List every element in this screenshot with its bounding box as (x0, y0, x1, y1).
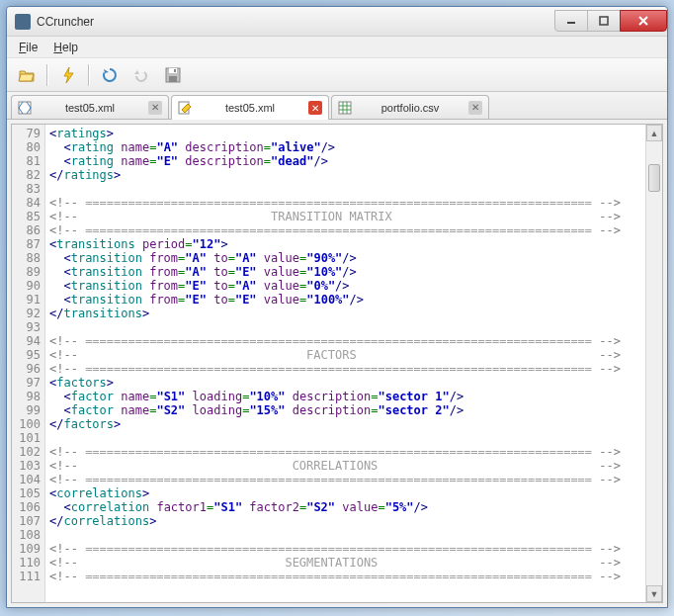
menu-help[interactable]: Help (45, 39, 86, 56)
scroll-thumb[interactable] (648, 164, 660, 192)
app-window: CCruncher File Help (6, 6, 668, 608)
line-number: 81 (12, 154, 41, 168)
code-line: </transitions> (49, 307, 641, 320)
line-number: 90 (12, 279, 41, 293)
line-gutter: 7980818283848586878889909192939495969798… (12, 125, 45, 602)
code-line: <correlations> (49, 486, 641, 500)
code-line: <transitions period="12"> (49, 237, 641, 251)
line-number: 106 (12, 500, 41, 514)
refresh-button[interactable] (96, 62, 124, 88)
code-line: <factor name="S2" loading="15%" descript… (49, 403, 641, 417)
code-line (49, 320, 641, 334)
line-number: 88 (12, 251, 41, 265)
app-icon (15, 14, 31, 30)
line-number: 95 (12, 348, 41, 362)
line-number: 97 (12, 376, 41, 390)
tabbar: test05.xml✕test05.xml✕portfolio.csv✕ (7, 92, 667, 120)
floppy-icon (164, 66, 182, 84)
close-button[interactable] (620, 10, 667, 32)
titlebar[interactable]: CCruncher (7, 7, 667, 37)
toolbar-separator (88, 64, 90, 86)
line-number: 109 (12, 542, 41, 556)
code-line: <factors> (49, 376, 641, 390)
file-icon (18, 101, 32, 115)
tab-portfolio-csv[interactable]: portfolio.csv✕ (331, 95, 489, 119)
open-button[interactable] (13, 62, 41, 88)
line-number: 94 (12, 334, 41, 348)
toolbar (7, 58, 667, 92)
code-line: <!-- TRANSITION MATRIX --> (49, 210, 641, 223)
code-line: </ratings> (49, 168, 641, 182)
code-line (49, 182, 641, 196)
scroll-down-button[interactable]: ▼ (646, 585, 662, 602)
svg-rect-5 (174, 69, 176, 72)
vertical-scrollbar[interactable]: ▲ ▼ (645, 125, 662, 602)
folder-open-icon (18, 66, 36, 84)
line-number: 101 (12, 431, 41, 445)
save-button[interactable] (159, 62, 187, 88)
line-number: 111 (12, 570, 41, 583)
code-line: <!-- ===================================… (49, 196, 641, 210)
line-number: 80 (12, 140, 41, 154)
menubar: File Help (7, 37, 667, 58)
file-icon (338, 101, 352, 115)
undo-icon (132, 66, 150, 84)
maximize-button[interactable] (587, 10, 621, 32)
minimize-button[interactable] (554, 10, 588, 32)
svg-rect-4 (169, 76, 177, 82)
code-line: <transition from="A" to="A" value="90%"/… (49, 251, 641, 265)
code-line: </factors> (49, 417, 641, 431)
tab-label: test05.xml (38, 102, 142, 114)
tab-label: test05.xml (198, 102, 302, 114)
refresh-icon (101, 66, 119, 84)
line-number: 93 (12, 320, 41, 334)
code-line: <!-- SEGMENTATIONS --> (49, 556, 641, 570)
file-icon (178, 101, 192, 115)
line-number: 87 (12, 237, 41, 251)
code-line: <transition from="E" to="A" value="0%"/> (49, 279, 641, 293)
scroll-up-button[interactable]: ▲ (646, 125, 662, 141)
line-number: 98 (12, 390, 41, 403)
code-line: <rating name="A" description="alive"/> (49, 140, 641, 154)
code-line: <transition from="A" to="E" value="10%"/… (49, 265, 641, 279)
run-button[interactable] (54, 62, 82, 88)
tab-close-button[interactable]: ✕ (148, 101, 162, 115)
code-line: <!-- FACTORS --> (49, 348, 641, 362)
code-line: <correlation factor1="S1" factor2="S2" v… (49, 500, 641, 514)
code-area[interactable]: <ratings> <rating name="A" description="… (45, 125, 645, 602)
code-line: <rating name="E" description="dead"/> (49, 154, 641, 168)
line-number: 83 (12, 182, 41, 196)
line-number: 100 (12, 417, 41, 431)
tab-close-button[interactable]: ✕ (468, 101, 482, 115)
line-number: 89 (12, 265, 41, 279)
line-number: 96 (12, 362, 41, 376)
line-number: 92 (12, 307, 41, 320)
tab-test05-xml[interactable]: test05.xml✕ (11, 95, 169, 119)
code-line: <!-- ===================================… (49, 445, 641, 459)
tab-test05-xml[interactable]: test05.xml✕ (171, 95, 329, 120)
code-line: <transition from="E" to="E" value="100%"… (49, 293, 641, 307)
code-line: <!-- ===================================… (49, 473, 641, 486)
code-line: <!-- ===================================… (49, 362, 641, 376)
svg-rect-1 (600, 17, 608, 25)
lightning-icon (59, 66, 77, 84)
line-number: 107 (12, 514, 41, 528)
code-line: <!-- ===================================… (49, 223, 641, 237)
code-line: <!-- ===================================… (49, 334, 641, 348)
code-line: </correlations> (49, 514, 641, 528)
line-number: 105 (12, 486, 41, 500)
line-number: 110 (12, 556, 41, 570)
tab-label: portfolio.csv (358, 102, 463, 114)
code-line: <factor name="S1" loading="10%" descript… (49, 390, 641, 403)
undo-button[interactable] (127, 62, 155, 88)
code-line: <ratings> (49, 127, 641, 140)
line-number: 84 (12, 196, 41, 210)
svg-rect-0 (567, 22, 575, 24)
code-line (49, 431, 641, 445)
window-title: CCruncher (37, 15, 555, 29)
tab-close-button[interactable]: ✕ (308, 101, 322, 115)
code-line (49, 528, 641, 542)
menu-file[interactable]: File (11, 39, 45, 56)
line-number: 103 (12, 459, 41, 473)
line-number: 102 (12, 445, 41, 459)
